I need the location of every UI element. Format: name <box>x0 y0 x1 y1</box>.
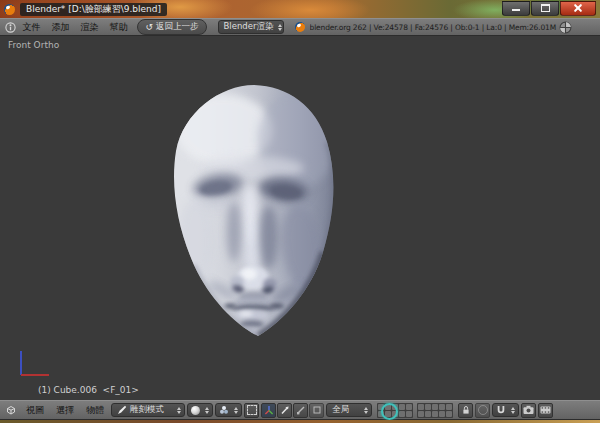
lock-icon <box>461 405 471 415</box>
sculpt-brush-icon <box>117 405 127 415</box>
layer-cell[interactable] <box>406 404 412 410</box>
info-header: 文件 添加 渲染 幫助 ↺ 返回上一步 Blender渲染 blender.or… <box>0 18 600 36</box>
menu-object[interactable]: 物體 <box>81 404 109 417</box>
scale-icon <box>296 405 306 415</box>
axis-tripod-icon <box>264 405 274 415</box>
layer-cell[interactable] <box>439 404 445 410</box>
scale-manipulator-button[interactable] <box>293 403 308 418</box>
back-button-label: 返回上一步 <box>156 21 199 33</box>
rotate-arrow-icon <box>280 405 290 415</box>
render-opengl-button[interactable] <box>521 403 536 418</box>
layer-cell[interactable] <box>446 411 452 417</box>
pivot-dropdown[interactable] <box>215 403 242 417</box>
layer-cell[interactable] <box>432 411 438 417</box>
menu-view[interactable]: 視圖 <box>21 404 49 417</box>
layer-cell[interactable] <box>446 404 452 410</box>
menu-help[interactable]: 幫助 <box>104 21 132 34</box>
dropdown-arrows-icon <box>177 407 181 414</box>
menu-add[interactable]: 添加 <box>46 21 74 34</box>
editor-type-3dview-icon[interactable] <box>3 403 19 418</box>
maximize-button[interactable] <box>531 1 559 16</box>
layers-widget <box>377 403 453 418</box>
rotate-manipulator-button[interactable] <box>277 403 292 418</box>
minimize-button[interactable] <box>502 1 530 16</box>
layer-cell[interactable] <box>392 411 398 417</box>
proportional-edit-button[interactable] <box>475 403 490 418</box>
editor-type-info-icon[interactable] <box>4 20 16 35</box>
active-object-label: (1) Cube.006 <F_01> <box>38 385 139 395</box>
orientation-dropdown-value: 全局 <box>332 404 359 416</box>
undo-icon: ↺ <box>145 23 153 32</box>
layer-cell[interactable] <box>378 404 384 410</box>
translate-manipulator-button[interactable] <box>261 403 276 418</box>
render-engine-dropdown[interactable]: Blender渲染 <box>218 20 284 34</box>
back-button[interactable]: ↺ 返回上一步 <box>137 19 206 35</box>
layer-group-1 <box>377 403 413 418</box>
window-controls <box>502 0 596 19</box>
layer-cell[interactable] <box>399 411 405 417</box>
layer-cell[interactable] <box>425 411 431 417</box>
magnet-icon <box>496 405 506 415</box>
viewport-3d[interactable]: Front Ortho <box>0 36 600 400</box>
layer-group-2 <box>417 403 453 418</box>
manipulator-buttons <box>261 403 324 418</box>
layer-cell[interactable] <box>439 411 445 417</box>
dropdown-arrows-icon <box>278 24 282 31</box>
layer-cell[interactable] <box>378 411 384 417</box>
blender-logo-icon <box>295 22 305 32</box>
dropdown-arrows-icon <box>364 407 368 414</box>
layer-cell[interactable] <box>418 411 424 417</box>
proportional-edit-icon <box>478 405 488 415</box>
view-orientation-label: Front Ortho <box>8 40 59 50</box>
screen-layout-icon[interactable] <box>559 21 572 34</box>
window-title: Blender* [D:\臉部練習\9.blend] <box>20 3 167 16</box>
pivot-median-icon <box>219 405 229 415</box>
snap-dropdown[interactable] <box>492 403 519 417</box>
titlebar[interactable]: Blender* [D:\臉部練習\9.blend] <box>0 0 600 18</box>
menu-select[interactable]: 選擇 <box>51 404 79 417</box>
dropdown-arrows-icon <box>511 407 515 414</box>
menu-file[interactable]: 文件 <box>17 21 45 34</box>
layer-cell[interactable] <box>399 404 405 410</box>
layer-cell[interactable] <box>385 404 391 410</box>
layer-cell[interactable] <box>406 411 412 417</box>
mode-dropdown[interactable]: 雕刻模式 <box>111 403 185 417</box>
dropdown-arrows-icon <box>205 407 209 414</box>
camera-icon <box>523 405 534 415</box>
film-icon <box>540 405 551 415</box>
layer-cell[interactable] <box>385 411 391 417</box>
layer-cell[interactable] <box>418 404 424 410</box>
blender-logo-icon <box>4 4 15 15</box>
scene-stats-text: blender.org 262 | Ve:24578 | Fa:24576 | … <box>310 23 558 32</box>
shading-dropdown[interactable] <box>187 403 213 417</box>
axis-gizmo <box>12 348 54 382</box>
lock-button[interactable] <box>458 403 473 418</box>
render-engine-value: Blender渲染 <box>224 21 274 33</box>
square-outline-icon <box>312 405 322 415</box>
manipulator-toggle-button[interactable] <box>244 403 259 418</box>
layer-cell[interactable] <box>432 404 438 410</box>
solid-shading-icon <box>191 406 200 415</box>
layer-cell[interactable] <box>392 404 398 410</box>
close-button[interactable] <box>560 1 596 16</box>
dropdown-arrows-icon <box>234 407 238 414</box>
orientation-dropdown[interactable]: 全局 <box>326 403 372 417</box>
viewport-header: 視圖 選擇 物體 雕刻模式 <box>0 400 600 420</box>
blender-window: Blender* [D:\臉部練習\9.blend] 文件 添加 渲染 幫助 ↺… <box>0 0 600 423</box>
menu-render[interactable]: 渲染 <box>75 21 103 34</box>
manipulator-dashed-icon <box>247 405 257 415</box>
face-mesh[interactable] <box>166 82 338 340</box>
render-opengl-anim-button[interactable] <box>538 403 553 418</box>
layer-cell[interactable] <box>425 404 431 410</box>
extra-manipulator-button[interactable] <box>309 403 324 418</box>
mode-dropdown-value: 雕刻模式 <box>130 404 172 416</box>
